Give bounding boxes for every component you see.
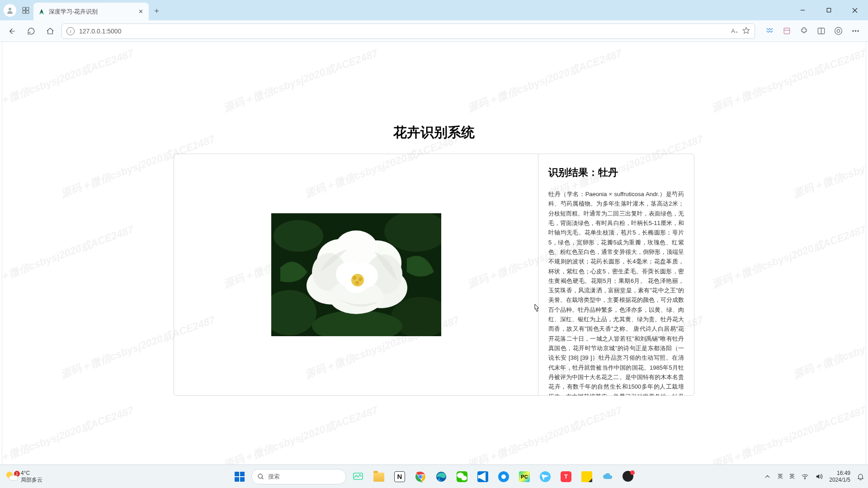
wifi-icon[interactable] [801,473,809,480]
taskbar-app-cloud[interactable] [599,468,617,486]
svg-marker-10 [743,27,749,33]
titlebar-left [0,0,31,20]
svg-point-36 [353,276,356,280]
nav-back-button[interactable] [5,23,20,39]
svg-line-44 [262,478,263,479]
tab-favicon [38,8,45,15]
svg-rect-4 [26,10,29,13]
weather-desc: 局部多云 [21,477,42,483]
tray-chevron-up-icon[interactable] [764,473,771,480]
clock-time: 16:49 [829,470,850,477]
windows-taskbar: 1 4°C 局部多云 搜索 N PC T 英 英 [0,465,868,488]
taskbar-app-wechat[interactable] [453,468,471,486]
result-description: 牡丹（学名：Paeonia × suffruticosa Andr.）是芍药科、… [548,189,684,395]
tab-close-icon[interactable]: ✕ [137,8,144,15]
browser-titlebar: 深度学习-花卉识别 ✕ ＋ [0,0,868,20]
svg-point-17 [857,30,858,31]
svg-point-53 [805,479,805,479]
taskbar-app-edge[interactable] [432,468,450,486]
taskbar-weather[interactable]: 1 4°C 局部多云 [0,470,49,483]
volume-icon[interactable] [815,473,823,480]
clock-date: 2024/1/5 [829,477,850,483]
svg-point-43 [258,474,262,478]
read-aloud-icon[interactable]: A» [731,28,738,34]
weather-badge: 1 [14,471,20,477]
split-screen-icon[interactable] [813,23,829,39]
taskbar-app-quark[interactable] [495,468,513,486]
profile-avatar[interactable] [4,4,16,17]
search-placeholder: 搜索 [268,473,280,481]
taskbar-app-notes[interactable] [578,468,596,486]
start-button[interactable] [231,468,249,486]
svg-rect-41 [235,477,239,482]
weather-text: 4°C 局部多云 [21,470,42,483]
tray-clock[interactable]: 16:49 2024/1/5 [829,470,850,483]
notifications-icon[interactable] [857,473,864,480]
site-info-icon[interactable]: i [66,27,75,35]
ime-indicator[interactable]: 英 [778,473,783,480]
result-text-panel: 识别结果：牡丹 牡丹（学名：Paeonia × suffruticosa And… [538,154,694,395]
svg-rect-42 [240,477,245,482]
taskbar-app-chrome[interactable] [411,468,429,486]
result-image-panel [174,154,538,395]
taskbar-app-todesk[interactable]: T [557,468,575,486]
taskbar-app-dingtalk[interactable] [536,468,554,486]
shopping-icon[interactable] [761,23,778,39]
weather-icon: 1 [6,471,18,483]
tab-title: 深度学习-花卉识别 [49,8,133,16]
svg-point-38 [355,281,359,285]
window-minimize-button[interactable] [789,0,816,20]
svg-rect-39 [235,472,239,476]
ime-indicator-2[interactable]: 英 [789,473,795,480]
weather-temp: 4°C [21,470,42,476]
taskbar-app-explorer[interactable] [370,468,388,486]
svg-point-52 [461,475,467,480]
browser-tab[interactable]: 深度学习-花卉识别 ✕ [33,3,149,20]
result-card: 识别结果：牡丹 牡丹（学名：Paeonia × suffruticosa And… [174,154,694,396]
toolbar-right-icons [761,23,863,39]
svg-rect-11 [784,28,790,34]
svg-point-19 [274,220,323,252]
performance-icon[interactable] [830,23,846,39]
window-maximize-button[interactable] [816,0,842,20]
taskbar-app-game[interactable] [619,468,637,486]
taskbar-search[interactable]: 搜索 [251,469,346,484]
taskbar-center: 搜索 N PC T [231,468,637,486]
system-tray: 英 英 16:49 2024/1/5 [764,470,864,483]
taskbar-app-pycharm[interactable]: PC [515,468,533,486]
svg-point-16 [855,30,856,31]
result-heading: 识别结果：牡丹 [548,166,684,179]
window-close-button[interactable] [842,0,868,20]
browser-toolbar: i 127.0.0.1:5000 A» [0,20,868,42]
extensions-icon[interactable] [796,23,812,39]
svg-rect-6 [827,8,830,12]
new-tab-button[interactable]: ＋ [149,3,164,18]
favorite-star-icon[interactable] [742,27,750,36]
url-text: 127.0.0.1:5000 [79,28,726,35]
svg-rect-40 [240,472,245,476]
nav-refresh-button[interactable] [24,23,39,39]
svg-point-49 [419,475,422,478]
svg-rect-2 [26,7,29,10]
page-title: 花卉识别系统 [2,123,866,142]
svg-point-0 [9,8,11,10]
taskbar-app-widgets[interactable] [349,468,367,486]
svg-rect-1 [23,7,25,10]
svg-point-15 [852,30,853,31]
menu-more-icon[interactable] [847,23,863,39]
svg-point-37 [359,277,362,281]
svg-rect-3 [23,10,25,13]
taskbar-app-vscode[interactable] [474,468,492,486]
nav-home-button[interactable] [42,23,58,39]
workspaces-icon[interactable] [21,5,31,15]
flower-image [271,213,441,336]
page-viewport: 源码＋微信csbysj2020或ACE2487 源码＋微信csbysj2020或… [2,42,866,473]
taskbar-app-notion[interactable]: N [391,468,409,486]
window-controls [789,0,868,20]
collections-icon[interactable] [778,23,795,39]
address-bar[interactable]: i 127.0.0.1:5000 A» [61,23,755,39]
